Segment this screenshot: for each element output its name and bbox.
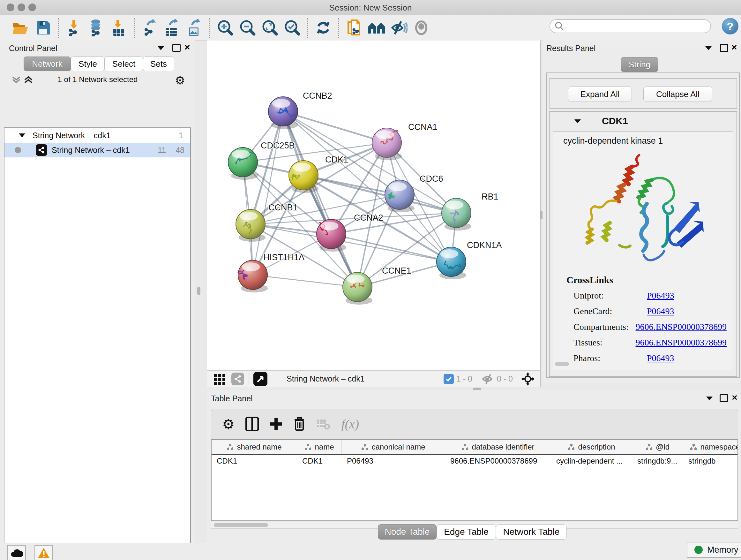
clone-network-button[interactable] [343, 17, 365, 39]
open-session-button[interactable] [10, 17, 32, 39]
table-cell[interactable]: P06493 [342, 455, 445, 468]
zoom-out-button[interactable] [237, 17, 259, 39]
warnings-button[interactable] [35, 545, 53, 560]
save-session-button[interactable] [32, 17, 54, 39]
tab-select[interactable]: Select [105, 57, 143, 71]
panel-menu-icon[interactable] [704, 45, 712, 51]
tab-network-table[interactable]: Network Table [496, 524, 567, 540]
table-settings-gear-icon[interactable]: ⚙ [222, 416, 234, 432]
column-header[interactable]: shared name [212, 440, 297, 454]
crosslink-value-link[interactable]: 9606.ENSP00000378699 [636, 322, 727, 332]
table-cell[interactable]: stringdb [683, 455, 738, 468]
panel-menu-icon[interactable] [705, 395, 713, 401]
show-columns-icon[interactable] [246, 417, 259, 431]
export-image-button[interactable] [183, 17, 205, 39]
birds-eye-grid-icon[interactable] [214, 373, 226, 385]
zoom-selected-button[interactable] [281, 17, 304, 39]
close-panel-icon[interactable]: × [185, 42, 190, 53]
tab-string[interactable]: String [621, 57, 658, 72]
tab-style[interactable]: Style [71, 57, 105, 71]
zoom-fit-content-button[interactable] [259, 17, 281, 39]
protein-section-header[interactable]: CDK1 [549, 112, 737, 130]
table-cell[interactable]: CDK1 [212, 455, 297, 468]
table-row[interactable]: CDK1CDK1P064939606.ENSP00000378699cyclin… [212, 455, 738, 468]
network-edge[interactable] [283, 111, 387, 143]
cloud-services-button[interactable] [7, 545, 26, 560]
vertical-splitter-handle[interactable] [197, 287, 200, 295]
hidden-eye-slash-icon[interactable] [482, 374, 494, 384]
float-panel-icon[interactable] [720, 44, 728, 52]
network-options-gear-icon[interactable]: ⚙ [175, 74, 185, 87]
zoom-in-button[interactable] [214, 17, 237, 39]
crosslink-value-link[interactable]: 9606.ENSP00000378699 [636, 337, 727, 348]
node-label: CDK1 [325, 155, 348, 165]
network-graph[interactable]: CCNB2CCNA1CDC25BCDK1CDC6RB1CCNB1CCNA2CDK… [207, 41, 540, 370]
tab-node-table[interactable]: Node Table [378, 524, 436, 540]
network-canvas[interactable]: CCNB2CCNA1CDC25BCDK1CDC6RB1CCNB1CCNA2CDK… [207, 41, 541, 370]
help-button[interactable]: ? [722, 18, 738, 35]
scrollbar-thumb[interactable] [214, 523, 268, 527]
table-cell[interactable]: 9606.ENSP00000378699 [445, 455, 551, 468]
network-collection-row[interactable]: String Network – cdk1 1 [4, 128, 190, 143]
show-all-button[interactable] [410, 17, 432, 39]
function-builder-icon[interactable]: f(x) [341, 417, 359, 432]
network-node-cdkn1a[interactable]: CDKN1A [436, 240, 502, 279]
crosslink-value-link[interactable]: P06493 [647, 291, 674, 301]
network-row[interactable]: String Network – cdk1 11 48 [4, 143, 190, 158]
column-header[interactable]: name [297, 440, 342, 454]
table-cell[interactable]: CDK1 [297, 455, 342, 468]
column-header[interactable]: database identifier [445, 440, 551, 454]
hide-selected-button[interactable] [388, 17, 410, 39]
string-network-badge-icon[interactable] [231, 373, 244, 385]
import-network-file-button[interactable] [63, 17, 85, 39]
close-panel-icon[interactable]: × [732, 392, 738, 403]
open-in-browser-icon[interactable] [253, 372, 267, 386]
export-network-button[interactable] [138, 17, 161, 39]
memory-button[interactable]: Memory [687, 542, 741, 558]
search-input[interactable] [564, 21, 699, 31]
zoom-fit-icon [262, 19, 278, 36]
first-neighbors-button[interactable] [365, 17, 388, 39]
network-node-cdc25b[interactable]: CDC25B [228, 141, 295, 180]
zoom-selected-icon [284, 19, 300, 36]
collapse-all-button[interactable]: Collapse All [643, 86, 712, 102]
import-network-database-button[interactable] [85, 17, 108, 39]
collection-expand-icon[interactable] [18, 133, 25, 138]
apply-layout-button[interactable] [312, 17, 334, 39]
table-cell[interactable]: cyclin-dependent ... [551, 455, 632, 468]
node-label: CCNA1 [408, 122, 437, 132]
tab-sets[interactable]: Sets [143, 57, 174, 71]
export-table-button[interactable] [161, 17, 183, 39]
close-panel-icon[interactable]: × [731, 42, 737, 53]
table-cell[interactable]: stringdb:9... [632, 455, 683, 468]
network-edge[interactable] [253, 275, 357, 287]
tab-edge-table[interactable]: Edge Table [436, 524, 496, 540]
results-scrollbar-thumb[interactable] [555, 362, 569, 366]
network-node-ccna1[interactable]: CCNA1 [372, 122, 437, 160]
import-table-file-button[interactable] [108, 17, 130, 39]
search-field[interactable] [549, 19, 711, 33]
network-selection-status: 1 of 1 Network selected [0, 75, 195, 84]
panel-menu-icon[interactable] [157, 45, 165, 51]
column-header[interactable]: canonical name [342, 440, 445, 454]
network-node-hist1h1a[interactable]: HIST1H1A [238, 253, 305, 293]
column-header[interactable]: description [551, 440, 632, 454]
fit-selected-crosshair-icon[interactable] [521, 372, 535, 386]
control-panel: Control Panel × Network Style Select Set… [0, 41, 195, 543]
column-header[interactable]: @id [632, 440, 683, 454]
network-edge[interactable] [253, 111, 283, 275]
eye-slash-icon [390, 20, 408, 36]
expand-all-button[interactable]: Expand All [568, 86, 632, 102]
crosslink-value-link[interactable]: P06493 [647, 306, 674, 316]
tab-network[interactable]: Network [23, 57, 71, 71]
delete-column-trash-icon[interactable] [293, 417, 306, 431]
section-collapse-icon[interactable] [574, 118, 582, 124]
float-panel-icon[interactable] [172, 44, 181, 52]
selected-checkbox-icon[interactable] [444, 374, 454, 384]
network-node-rb1[interactable]: RB1 [442, 192, 498, 231]
float-panel-icon[interactable] [720, 394, 728, 402]
delete-table-icon[interactable] [316, 418, 330, 430]
column-header[interactable]: namespace [683, 440, 738, 454]
crosslink-value-link[interactable]: P06493 [647, 353, 674, 363]
create-column-plus-icon[interactable] [270, 418, 282, 430]
